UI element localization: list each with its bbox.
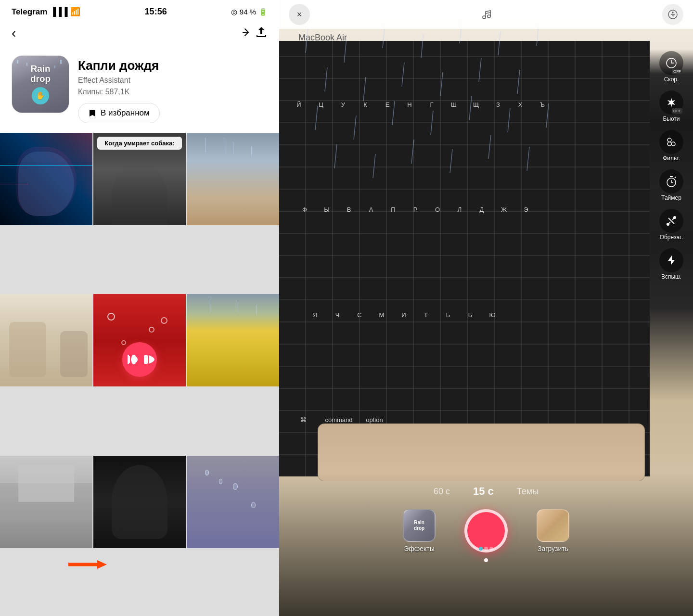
kb-key: В xyxy=(339,206,359,213)
grid-cell-6[interactable] xyxy=(0,456,92,548)
kb-key: Б xyxy=(460,311,480,319)
trim-icon xyxy=(659,209,683,233)
kb-key: Ъ xyxy=(532,101,552,108)
music-button[interactable] xyxy=(475,4,497,25)
kb-key: К xyxy=(355,101,375,108)
beauty-icon: OFF xyxy=(659,90,683,115)
effect-thumbnail: Raindrop xyxy=(403,509,436,542)
kb-key: Э xyxy=(516,206,536,213)
svg-point-4 xyxy=(488,15,490,18)
kb-row-4: ⌘ command option xyxy=(284,416,645,424)
wifi-icon: 📶 xyxy=(70,7,80,17)
kb-key: Щ xyxy=(466,101,486,108)
kb-key: Ы xyxy=(317,206,337,213)
kb-key: П xyxy=(383,206,403,213)
speed-tool[interactable]: OFF Скор. xyxy=(657,48,685,86)
kb-key: Ч xyxy=(327,311,347,319)
effects-label: Эффекты xyxy=(404,545,435,552)
beauty-tool[interactable]: OFF Бьюти xyxy=(657,88,685,125)
grid-cell-8[interactable] xyxy=(187,456,279,548)
speed-label: Скор. xyxy=(664,76,679,83)
favorite-button[interactable]: В избранном xyxy=(78,103,160,123)
back-button[interactable]: ‹ xyxy=(12,26,16,41)
time-display: 15:56 xyxy=(145,7,167,17)
svg-point-35 xyxy=(671,142,675,146)
kb-key: О xyxy=(427,206,448,213)
svg-point-34 xyxy=(667,138,671,142)
kb-key: Г xyxy=(422,101,442,108)
cell-overlay-text: Когда умирает собака: xyxy=(97,137,182,150)
status-right: ◎ 94 % 🔋 xyxy=(231,8,268,16)
filter-tool[interactable]: Фильт. xyxy=(657,127,685,165)
speed-icon: OFF xyxy=(659,51,683,75)
upload-selector[interactable]: Загрузить xyxy=(537,509,569,552)
timer-label: Таймер xyxy=(661,194,681,201)
kb-key: Х xyxy=(510,101,530,108)
close-button[interactable]: × xyxy=(289,4,310,25)
kb-key: А xyxy=(361,206,381,213)
left-panel: Telegram ▐▐▐ 📶 15:56 ◎ 94 % 🔋 ‹ xyxy=(0,0,279,616)
settings-button[interactable] xyxy=(662,4,683,25)
svg-rect-1 xyxy=(128,356,130,363)
grid-cell-7[interactable] xyxy=(93,456,186,548)
grid-cell-3[interactable] xyxy=(0,294,92,386)
off-badge-speed: OFF xyxy=(672,69,682,74)
location-icon: ◎ xyxy=(231,8,237,16)
effects-selector[interactable]: Raindrop Эффекты xyxy=(403,509,436,552)
app-author: Effect Assistant xyxy=(78,76,160,85)
kb-key: Ь xyxy=(438,311,458,319)
kb-key: Ю xyxy=(482,311,502,319)
trim-tool[interactable]: Обрезат. xyxy=(657,206,685,244)
app-details: Капли дождя Effect Assistant Клипы: 587,… xyxy=(78,55,160,123)
grid-cell-4[interactable] xyxy=(93,294,186,386)
filter-label: Фильт. xyxy=(663,155,680,162)
time-themes[interactable]: Темы xyxy=(505,483,550,500)
signal-icon: ▐▐▐ xyxy=(50,7,67,17)
keyboard-text-rows: Й Ц У К Е Н Г Ш Щ З Х Ъ Ф Ы В А П Р О Л … xyxy=(284,48,645,476)
kb-key: Ф xyxy=(295,206,315,213)
kb-key: З xyxy=(488,101,508,108)
time-15[interactable]: 15 с xyxy=(462,481,505,501)
app-icon-text: Raindrop xyxy=(30,64,51,84)
timer-tool[interactable]: Таймер xyxy=(657,167,685,204)
svg-rect-2 xyxy=(144,355,148,364)
beauty-label: Бьюти xyxy=(663,116,680,122)
kb-row-3: Я Ч С М И Т Ь Б Ю xyxy=(284,311,645,319)
right-toolbar: OFF Скор. OFF Бьюти Фильт. xyxy=(650,48,693,283)
time-60[interactable]: 60 с xyxy=(422,483,462,500)
kb-key: Т xyxy=(416,311,436,319)
upload-thumbnail xyxy=(537,509,569,542)
kb-key: Л xyxy=(449,206,470,213)
record-button-overlay[interactable] xyxy=(122,342,157,377)
kb-key: У xyxy=(333,101,353,108)
kb-key: Р xyxy=(405,206,425,213)
flash-tool[interactable]: Вспыш. xyxy=(657,245,685,283)
kb-key: Я xyxy=(305,311,325,319)
kb-row-2: Ф Ы В А П Р О Л Д Ж Э xyxy=(284,206,645,213)
top-bar: × xyxy=(279,0,693,29)
grid-cell-0[interactable] xyxy=(0,133,92,225)
carrier-label: Telegram xyxy=(12,7,47,17)
share-button[interactable] xyxy=(241,26,268,41)
grid-cell-2[interactable] xyxy=(187,133,279,225)
battery-label: 94 % xyxy=(240,8,256,16)
main-record-button[interactable] xyxy=(464,509,508,552)
trim-label: Обрезат. xyxy=(660,234,683,241)
page-indicator xyxy=(484,558,488,562)
kb-key: Д xyxy=(472,206,492,213)
grid-cell-1[interactable]: Когда умирает собака: xyxy=(93,133,186,225)
arrow-indicator xyxy=(68,560,107,569)
flash-icon xyxy=(659,248,683,272)
grid-cell-5[interactable] xyxy=(187,294,279,386)
bottom-controls: 60 с 15 с Темы Raindrop Эффекты xyxy=(279,481,693,616)
timer-icon xyxy=(659,169,683,193)
kb-key: Е xyxy=(377,101,398,108)
status-left: Telegram ▐▐▐ 📶 xyxy=(12,7,80,17)
kb-row-1: Й Ц У К Е Н Г Ш Щ З Х Ъ xyxy=(284,101,645,108)
right-panel: Й Ц У К Е Н Г Ш Щ З Х Ъ Ф Ы В А П Р О Л … xyxy=(279,0,693,616)
svg-point-0 xyxy=(131,356,138,363)
kb-key: command xyxy=(320,416,358,424)
app-icon: Raindrop ✋ xyxy=(12,55,69,113)
upload-label: Загрузить xyxy=(538,545,568,552)
off-badge-beauty: OFF xyxy=(672,108,682,114)
